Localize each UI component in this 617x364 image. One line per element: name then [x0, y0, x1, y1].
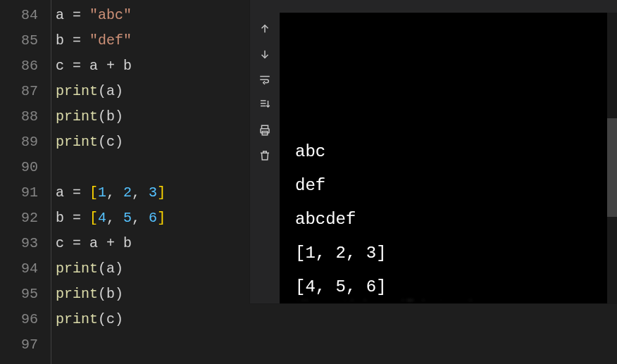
token-comma: ,: [132, 210, 149, 226]
token-brkt: [: [89, 184, 98, 201]
token-var: b: [123, 235, 132, 251]
token-punc: ): [115, 311, 123, 327]
line-number: 86: [0, 54, 38, 79]
arrow-down-icon[interactable]: [257, 46, 273, 62]
trash-icon[interactable]: [257, 148, 273, 163]
code-line[interactable]: c = a + b: [56, 231, 249, 256]
token-num: 4: [98, 210, 106, 226]
line-number: 88: [0, 104, 38, 130]
panel-body: abcdefabcdef[1, 2, 3][4, 5, 6][1, 2, 3, …: [250, 6, 617, 303]
console-line: abcdef: [295, 203, 613, 237]
code-line[interactable]: print(a): [56, 79, 249, 104]
print-icon[interactable]: [257, 123, 273, 138]
code-line[interactable]: [56, 332, 249, 358]
token-num: 3: [149, 184, 157, 201]
token-var: c: [56, 235, 64, 251]
token-op: =: [64, 7, 89, 23]
code-line[interactable]: print(a): [56, 256, 249, 282]
token-punc: (: [98, 311, 106, 327]
token-var: a: [56, 7, 64, 23]
code-line[interactable]: print(c): [56, 307, 249, 332]
token-brkt: [: [89, 210, 98, 226]
app-root: 8485868788899091929394959697 a = "abc"b …: [0, 0, 617, 364]
token-op: =: [64, 184, 89, 201]
line-number-gutter: 8485868788899091929394959697: [0, 0, 51, 364]
line-number: 95: [0, 282, 38, 307]
console-line: def: [295, 169, 613, 203]
arrow-up-icon[interactable]: [257, 21, 273, 37]
code-area[interactable]: a = "abc"b = "def"c = a + bprint(a)print…: [51, 0, 249, 364]
token-num: 1: [98, 184, 106, 201]
token-punc: ): [115, 286, 123, 302]
code-line[interactable]: print(b): [56, 104, 249, 130]
line-number: 92: [0, 206, 38, 231]
line-number: 87: [0, 79, 38, 104]
token-var: a: [56, 184, 64, 201]
word-wrap-icon[interactable]: [257, 72, 273, 87]
run-toolbar: [250, 6, 280, 303]
token-num: 6: [149, 210, 157, 226]
line-number: 91: [0, 180, 38, 206]
token-func: print: [56, 286, 98, 302]
code-line[interactable]: print(c): [56, 130, 249, 155]
token-op: =: [64, 58, 89, 74]
token-var: b: [56, 210, 64, 226]
token-var: a: [106, 261, 115, 277]
token-op: =: [64, 210, 89, 226]
console-output[interactable]: abcdefabcdef[1, 2, 3][4, 5, 6][1, 2, 3, …: [280, 13, 617, 303]
token-punc: (: [98, 108, 106, 125]
code-line[interactable]: a = "abc": [56, 3, 249, 28]
token-comma: ,: [106, 184, 123, 201]
process-status: 进程已结束 退出代码为: [295, 292, 478, 301]
token-comma: ,: [132, 184, 149, 201]
token-punc: (: [98, 83, 106, 99]
code-line[interactable]: b = [4, 5, 6]: [56, 206, 249, 231]
line-number: 94: [0, 256, 38, 282]
token-op: +: [98, 235, 123, 251]
token-punc: ): [115, 134, 123, 150]
token-var: c: [106, 134, 115, 150]
token-func: print: [56, 311, 98, 327]
token-punc: (: [98, 286, 106, 302]
line-number: 90: [0, 155, 38, 180]
line-number: 93: [0, 231, 38, 256]
console-line: [1, 2, 3]: [295, 237, 613, 270]
token-var: b: [106, 108, 115, 125]
code-line[interactable]: b = "def": [56, 28, 249, 54]
token-num: 2: [123, 184, 132, 201]
token-func: print: [56, 134, 98, 150]
run-tool-window: abcdefabcdef[1, 2, 3][4, 5, 6][1, 2, 3, …: [249, 0, 617, 304]
panel-header: [250, 0, 617, 6]
token-str: "def": [89, 32, 132, 49]
panel-gap: [249, 304, 617, 364]
token-var: b: [123, 58, 132, 74]
code-line[interactable]: print(b): [56, 282, 249, 307]
token-comma: ,: [106, 210, 123, 226]
code-line[interactable]: a = [1, 2, 3]: [56, 180, 249, 206]
scroll-to-end-icon[interactable]: [257, 97, 273, 113]
scrollbar-track[interactable]: [607, 13, 617, 303]
token-brkt: ]: [157, 210, 166, 226]
code-line[interactable]: [56, 155, 249, 180]
token-punc: (: [98, 134, 106, 150]
token-brkt: ]: [157, 184, 166, 201]
code-line[interactable]: c = a + b: [56, 54, 249, 79]
token-punc: ): [115, 83, 123, 99]
console-line: abc: [295, 135, 613, 169]
scrollbar-thumb[interactable]: [607, 118, 617, 217]
token-var: c: [106, 311, 115, 327]
token-func: print: [56, 108, 98, 125]
line-number: 84: [0, 3, 38, 28]
token-func: print: [56, 261, 98, 277]
token-var: a: [106, 83, 115, 99]
token-op: =: [64, 32, 89, 49]
code-editor[interactable]: 8485868788899091929394959697 a = "abc"b …: [0, 0, 249, 364]
line-number: 89: [0, 130, 38, 155]
token-punc: (: [98, 261, 106, 277]
token-var: a: [89, 58, 98, 74]
token-var: c: [56, 58, 64, 74]
token-op: =: [64, 235, 89, 251]
token-var: b: [106, 286, 115, 302]
token-func: print: [56, 83, 98, 99]
line-number: 97: [0, 332, 38, 358]
